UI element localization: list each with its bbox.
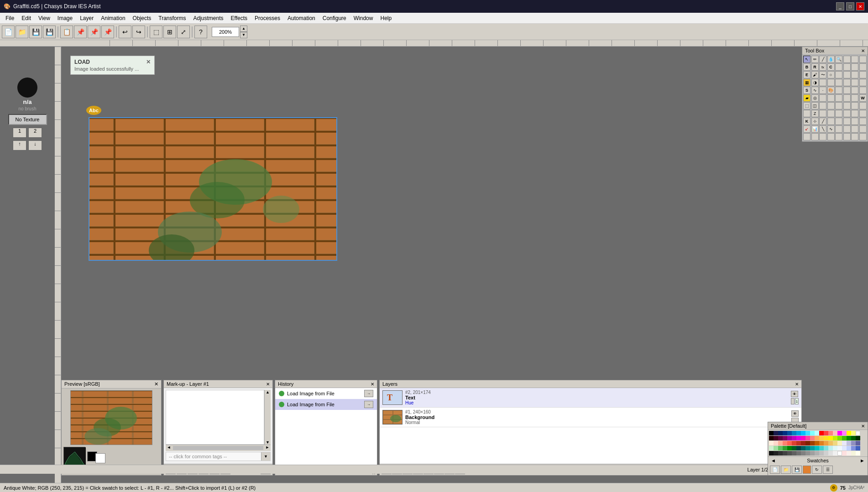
cg-1[interactable]	[769, 451, 774, 456]
cg-20[interactable]	[856, 451, 860, 456]
layer1-button[interactable]: 1	[13, 128, 26, 138]
c3-10[interactable]	[810, 441, 815, 445]
cg-14[interactable]	[828, 451, 833, 456]
c2-3[interactable]	[778, 436, 783, 440]
tool-15[interactable]	[851, 71, 858, 78]
tool-29[interactable]	[835, 94, 842, 102]
c2-12[interactable]	[819, 436, 824, 440]
palette-save-btn[interactable]: 💾	[792, 466, 802, 474]
tool-bar[interactable]: 📊	[811, 125, 819, 133]
tool-19[interactable]	[835, 79, 842, 86]
tool-60[interactable]	[851, 133, 858, 140]
c3-5[interactable]	[787, 441, 792, 445]
c3-14[interactable]	[828, 441, 833, 445]
tool-22[interactable]	[859, 79, 867, 86]
cg-11[interactable]	[815, 451, 819, 456]
tool-s[interactable]: S	[803, 87, 810, 94]
cg-3[interactable]	[778, 451, 783, 456]
layer-visibility-2[interactable]: 👁	[791, 391, 798, 397]
title-bar-controls[interactable]: _ □ ✕	[836, 2, 864, 10]
tool-51[interactable]	[843, 125, 851, 133]
color-dark14[interactable]	[833, 431, 837, 435]
tool-curve[interactable]: ∿	[827, 125, 835, 133]
tool-45[interactable]	[827, 118, 835, 125]
tool-48[interactable]	[851, 118, 858, 125]
color-dark5[interactable]	[792, 431, 796, 435]
cg-10[interactable]	[810, 451, 815, 456]
c4-3[interactable]	[778, 446, 783, 451]
tool-57[interactable]	[827, 133, 835, 140]
menu-layer[interactable]: Layer	[76, 14, 97, 22]
c3-3[interactable]	[778, 441, 783, 445]
tool-diag[interactable]: ╲	[819, 125, 826, 133]
menu-transforms[interactable]: Transforms	[155, 14, 189, 22]
c3-12[interactable]	[819, 441, 824, 445]
zoom-input[interactable]: 200%	[212, 27, 239, 37]
tool-wave[interactable]: 〜	[819, 71, 826, 78]
scroll-up-icon[interactable]: ▲	[265, 390, 271, 394]
cg-12[interactable]	[819, 451, 824, 456]
save-as-button[interactable]: 💾	[43, 26, 56, 38]
tool-10[interactable]	[843, 63, 851, 71]
menu-processes[interactable]: Processes	[251, 14, 284, 22]
layer-lock-2[interactable]	[791, 398, 795, 404]
tool-transform[interactable]: ⊹	[811, 118, 819, 125]
no-texture-button[interactable]: No Texture	[8, 114, 47, 125]
tool-47[interactable]	[843, 118, 851, 125]
tool-gradient[interactable]: ◑	[811, 79, 819, 86]
layers-close-icon[interactable]: ✕	[795, 382, 799, 387]
c4-5[interactable]	[787, 446, 792, 451]
color-dark4[interactable]	[787, 431, 792, 435]
open-button[interactable]: 📁	[16, 26, 28, 38]
tool-5[interactable]	[843, 56, 851, 63]
tool-54[interactable]	[803, 133, 810, 140]
color-dark9[interactable]	[810, 431, 815, 435]
c3-1[interactable]	[769, 441, 774, 445]
c3-7[interactable]	[796, 441, 801, 445]
tool-12[interactable]	[859, 63, 867, 71]
tool-58[interactable]	[835, 133, 842, 140]
c2-20[interactable]	[856, 436, 860, 440]
cg-17[interactable]	[842, 451, 847, 456]
c4-16[interactable]	[837, 446, 842, 451]
c4-11[interactable]	[815, 446, 819, 451]
paste3-button[interactable]: 📌	[101, 26, 114, 38]
color-dark1[interactable]	[774, 431, 778, 435]
swatches-next-icon[interactable]: ►	[860, 458, 865, 463]
menu-edit[interactable]: Edit	[18, 14, 35, 22]
color-dark16[interactable]	[842, 431, 847, 435]
h-scroll-track[interactable]	[173, 446, 263, 450]
tool-select2[interactable]: ◫	[811, 102, 819, 109]
c4-9[interactable]	[805, 446, 810, 451]
color-dark13[interactable]	[828, 431, 833, 435]
menu-window[interactable]: Window	[350, 14, 377, 22]
tool-28[interactable]	[827, 94, 835, 102]
palette-color-btn[interactable]	[803, 466, 811, 474]
menu-image[interactable]: Image	[54, 14, 76, 22]
menu-automation[interactable]: Automation	[284, 14, 319, 22]
tool-11[interactable]	[851, 63, 858, 71]
tool-40[interactable]	[827, 110, 835, 117]
cg-5[interactable]	[787, 451, 792, 456]
tool-23[interactable]	[835, 87, 842, 94]
history-arrow-2[interactable]: →	[364, 401, 373, 408]
c4-14[interactable]	[828, 446, 833, 451]
color-dark8[interactable]	[805, 431, 810, 435]
tool-slash[interactable]: Z	[811, 110, 819, 117]
tool-52[interactable]	[851, 125, 858, 133]
c3-8[interactable]	[801, 441, 805, 445]
tool-yellow[interactable]: ▰	[803, 94, 810, 102]
color-dark18[interactable]	[851, 431, 856, 435]
c4-7[interactable]	[796, 446, 801, 451]
tool-41[interactable]	[835, 110, 842, 117]
menu-file[interactable]: File	[2, 14, 18, 22]
cg-6[interactable]	[792, 451, 796, 456]
tool-b[interactable]: B	[803, 63, 810, 71]
c3-19[interactable]	[851, 441, 856, 445]
cg-8[interactable]	[801, 451, 805, 456]
tool-30[interactable]	[843, 94, 851, 102]
tool-wave2[interactable]: ∿	[811, 87, 819, 94]
c3-11[interactable]	[815, 441, 819, 445]
tool-24[interactable]	[843, 87, 851, 94]
tool-fx[interactable]: fx	[819, 63, 826, 71]
